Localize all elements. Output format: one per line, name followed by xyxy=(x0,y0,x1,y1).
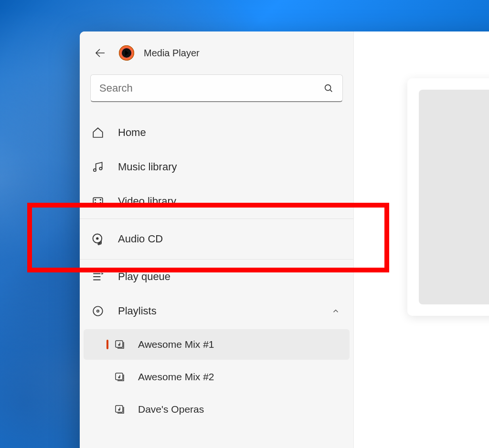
playlist-icon xyxy=(113,371,127,383)
playlist-label: Awesome Mix #2 xyxy=(138,371,214,383)
music-icon xyxy=(90,161,106,173)
playlist-icon xyxy=(113,404,127,415)
svg-rect-3 xyxy=(93,198,103,205)
title-bar: Media Player xyxy=(80,42,353,64)
home-icon xyxy=(90,126,106,139)
svg-point-11 xyxy=(100,243,101,244)
sidebar: Media Player Home xyxy=(80,31,354,448)
svg-point-13 xyxy=(97,310,99,312)
svg-point-6 xyxy=(100,199,101,200)
nav-label: Video library xyxy=(118,195,176,208)
app-icon xyxy=(119,45,134,61)
svg-point-7 xyxy=(100,202,101,203)
svg-point-2 xyxy=(99,167,102,170)
playlist-item[interactable]: Dave's Operas xyxy=(84,394,350,425)
svg-point-19 xyxy=(118,409,120,411)
nav-label: Music library xyxy=(118,161,177,173)
nav-label: Home xyxy=(118,126,146,139)
nav-list: Home Music library Video library xyxy=(80,115,353,426)
nav-label: Audio CD xyxy=(118,233,163,245)
nav-play-queue[interactable]: Play queue xyxy=(80,260,353,294)
content-card xyxy=(407,78,489,316)
playlist-label: Awesome Mix #1 xyxy=(138,339,214,350)
queue-icon xyxy=(90,271,106,283)
playlist-item[interactable]: Awesome Mix #2 xyxy=(84,362,350,392)
svg-point-9 xyxy=(96,238,98,240)
nav-music-library[interactable]: Music library xyxy=(80,150,353,184)
album-art-placeholder xyxy=(419,90,489,304)
nav-label: Play queue xyxy=(118,271,170,283)
nav-video-library[interactable]: Video library xyxy=(80,184,353,219)
media-player-window: Media Player Home xyxy=(80,31,489,448)
svg-point-17 xyxy=(118,377,120,378)
disc-icon xyxy=(90,232,106,246)
video-icon xyxy=(90,195,106,208)
back-button[interactable] xyxy=(90,43,109,63)
search-container xyxy=(80,74,353,102)
svg-point-0 xyxy=(325,84,331,90)
svg-point-15 xyxy=(118,344,120,346)
nav-label: Playlists xyxy=(118,305,157,317)
back-arrow-icon xyxy=(94,47,106,59)
main-content xyxy=(354,31,489,448)
search-input[interactable] xyxy=(99,82,318,94)
chevron-up-icon xyxy=(331,307,340,315)
nav-home[interactable]: Home xyxy=(80,115,353,150)
search-box[interactable] xyxy=(90,74,343,102)
playlists-icon xyxy=(90,305,106,317)
svg-point-1 xyxy=(94,169,96,171)
playlist-item[interactable]: Awesome Mix #1 xyxy=(84,329,350,360)
playlist-label: Dave's Operas xyxy=(138,404,204,415)
svg-point-5 xyxy=(95,202,96,203)
search-icon xyxy=(323,83,334,94)
nav-playlists[interactable]: Playlists xyxy=(80,294,353,328)
svg-point-12 xyxy=(93,306,103,316)
nav-audio-cd[interactable]: Audio CD xyxy=(80,219,353,260)
svg-point-4 xyxy=(95,199,96,200)
app-title: Media Player xyxy=(144,48,200,59)
playlist-icon xyxy=(113,339,127,350)
